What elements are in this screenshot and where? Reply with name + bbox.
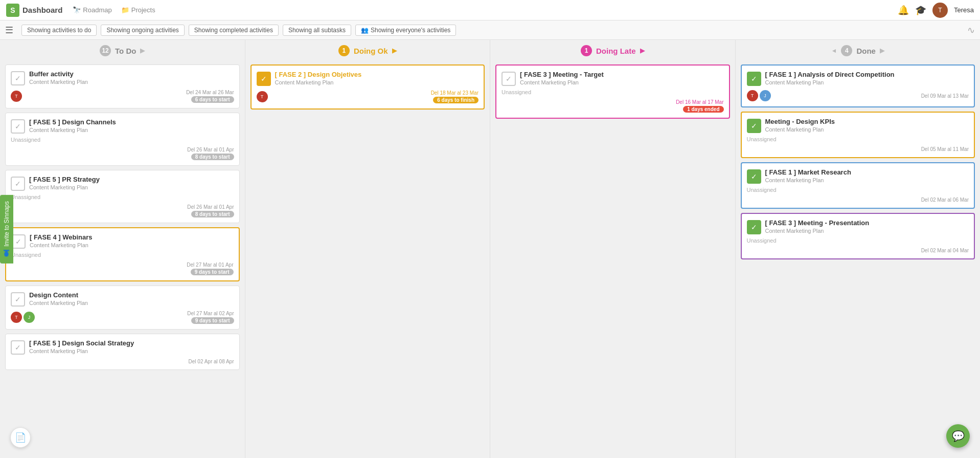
card-meeting-design-kpis[interactable]: ✓ Meeting - Design KPIs Content Marketin… — [741, 112, 975, 158]
done-arrow-left-icon: ◄ — [831, 47, 837, 54]
checkbox-webinars[interactable]: ✓ — [11, 234, 26, 249]
doing-ok-badge: 1 — [338, 45, 350, 56]
card-subtitle-pr-strategy: Content Marketing Plan — [29, 184, 100, 190]
filter-ongoing[interactable]: Showing ongoing activities — [101, 25, 184, 36]
checkbox-fase3-meeting-presentation[interactable]: ✓ — [747, 220, 761, 234]
checkbox-design-channels[interactable]: ✓ — [11, 119, 25, 134]
avatar-fase1-analysis-2: J — [760, 90, 771, 101]
date-range-meeting-design-kpis: Del 05 Mar al 11 Mar — [921, 146, 969, 152]
avatar-buffer: T — [11, 91, 22, 102]
invite-icon: 👤 — [3, 249, 10, 257]
card-title-webinars: [ FASE 4 ] Webinars — [30, 233, 93, 241]
card-subtitle-meeting-design-kpis: Content Marketing Plan — [765, 126, 835, 133]
checkbox-buffer[interactable]: ✓ — [11, 71, 25, 85]
card-title-meeting-design-kpis: Meeting - Design KPIs — [765, 118, 835, 125]
card-pr-strategy[interactable]: ✓ [ FASE 5 ] PR Strategy Content Marketi… — [5, 170, 240, 223]
todo-label: To Do — [115, 47, 136, 55]
checkbox-fase2-design-obj[interactable]: ✓ — [257, 72, 271, 86]
col-header-todo: 12 To Do ▶ — [0, 40, 245, 61]
binoculars-icon: 🔭 — [73, 6, 81, 14]
date-range-buffer: Del 24 Mar al 26 Mar — [186, 90, 234, 95]
date-range-design-social: Del 02 Apr al 08 Apr — [189, 359, 234, 364]
card-title-design-channels: [ FASE 5 ] Design Channels — [29, 118, 116, 126]
avatar-fase2-design-obj: T — [257, 91, 268, 102]
nav-roadmap[interactable]: 🔭 Roadmap — [73, 6, 111, 14]
hamburger-icon[interactable]: ☰ — [5, 25, 13, 36]
col-header-doing-ok: 1 Doing Ok ▶ — [245, 40, 490, 61]
card-subtitle-webinars: Content Marketing Plan — [30, 242, 93, 248]
checkbox-fase1-analysis[interactable]: ✓ — [747, 72, 761, 86]
filter-everyone[interactable]: 👥 Showing everyone's activities — [355, 25, 456, 36]
chat-fab[interactable]: 💬 — [946, 424, 970, 448]
user-avatar[interactable]: T — [932, 3, 948, 18]
card-subtitle-design-social: Content Marketing Plan — [29, 348, 134, 354]
card-subtitle-design-content: Content Marketing Plan — [29, 300, 88, 306]
card-buffer[interactable]: ✓ Buffer activity Content Marketing Plan… — [5, 64, 240, 108]
filter-todo[interactable]: Showing activities to do — [21, 25, 97, 36]
doing-ok-col-body: ✓ [ FASE 2 ] Design Objetives Content Ma… — [245, 61, 490, 458]
card-fase1-analysis[interactable]: ✓ [ FASE 1 ] Analysis of Direct Competit… — [741, 64, 975, 107]
unassigned-design-channels: Unassigned — [11, 137, 234, 143]
filter-completed[interactable]: Showing completed activities — [189, 25, 279, 36]
date-range-webinars: Del 27 Mar al 01 Apr — [187, 262, 233, 268]
top-nav: S Dashboard 🔭 Roadmap 📁 Projects 🔔 🎓 T T… — [0, 0, 980, 20]
card-subtitle-fase1-analysis: Content Marketing Plan — [765, 79, 895, 85]
checkbox-fase3-meeting-target[interactable]: ✓ — [502, 72, 516, 86]
card-design-social[interactable]: ✓ [ FASE 5 ] Design Social Strategy Cont… — [5, 334, 240, 370]
date-range-design-channels: Del 26 Mar al 01 Apr — [187, 147, 234, 152]
checkbox-design-social[interactable]: ✓ — [11, 340, 25, 355]
date-badge-fase3-meeting-target: 1 days ended — [683, 106, 723, 113]
doing-late-label: Doing Late — [596, 47, 636, 55]
col-header-doing-late: 1 Doing Late ▶ — [490, 40, 735, 61]
column-doing-late: 1 Doing Late ▶ ✓ [ FASE 3 ] Meeting - Ta… — [490, 40, 736, 458]
todo-col-body: ✓ Buffer activity Content Marketing Plan… — [0, 61, 245, 458]
nav-projects[interactable]: 📁 Projects — [121, 6, 155, 14]
doing-late-col-body: ✓ [ FASE 3 ] Meeting - Target Content Ma… — [490, 61, 735, 458]
col-header-done: ◄ 4 Done ▶ — [736, 40, 981, 61]
card-fase3-meeting-target[interactable]: ✓ [ FASE 3 ] Meeting - Target Content Ma… — [495, 64, 730, 119]
checkbox-fase1-market-research[interactable]: ✓ — [747, 169, 761, 184]
card-fase3-meeting-presentation[interactable]: ✓ [ FASE 3 ] Meeting - Presentation Cont… — [741, 213, 975, 259]
grad-icon[interactable]: 🎓 — [915, 5, 926, 16]
date-range-fase3-meeting-target: Del 16 Mar al 17 Mar — [676, 99, 723, 105]
unassigned-fase3-meeting-target: Unassigned — [502, 89, 724, 95]
unassigned-fase1-market-research: Unassigned — [747, 187, 969, 193]
rss-icon[interactable]: ∿ — [967, 25, 975, 36]
card-subtitle-fase3-meeting-presentation: Content Marketing Plan — [765, 228, 870, 234]
date-badge-webinars: 9 days to start — [191, 269, 234, 275]
doing-late-arrow-icon: ▶ — [640, 47, 645, 54]
bell-icon[interactable]: 🔔 — [898, 5, 909, 16]
card-subtitle-fase2-design-obj: Content Marketing Plan — [275, 79, 362, 85]
doc-icon: 📄 — [15, 432, 26, 443]
date-range-design-content: Del 27 Mar al 02 Apr — [187, 311, 234, 316]
people-icon: 👥 — [361, 27, 369, 34]
checkbox-meeting-design-kpis[interactable]: ✓ — [747, 119, 761, 133]
done-badge: 4 — [841, 45, 852, 56]
card-design-content[interactable]: ✓ Design Content Content Marketing Plan … — [5, 286, 240, 330]
date-badge-buffer: 6 days to start — [191, 96, 234, 103]
checkbox-pr-strategy[interactable]: ✓ — [11, 177, 25, 191]
doing-late-badge: 1 — [581, 45, 592, 56]
invite-label: Invite to Sinnaps — [3, 201, 10, 247]
doing-ok-arrow-icon: ▶ — [392, 47, 397, 54]
checkbox-design-content[interactable]: ✓ — [11, 292, 25, 307]
todo-arrow-icon: ▶ — [140, 47, 145, 54]
invite-side-tab[interactable]: 👤 Invite to Sinnaps — [0, 195, 13, 264]
card-title-fase1-analysis: [ FASE 1 ] Analysis of Direct Competitio… — [765, 71, 895, 78]
card-design-channels[interactable]: ✓ [ FASE 5 ] Design Channels Content Mar… — [5, 113, 240, 166]
column-todo: 12 To Do ▶ ✓ Buffer activity Content Mar… — [0, 40, 245, 458]
card-webinars[interactable]: ✓ [ FASE 4 ] Webinars Content Marketing … — [5, 227, 240, 281]
card-title-design-content: Design Content — [29, 291, 88, 299]
card-fase2-design-obj[interactable]: ✓ [ FASE 2 ] Design Objetives Content Ma… — [250, 64, 485, 110]
filter-subtasks[interactable]: Showing all subtasks — [283, 25, 351, 36]
doc-fab[interactable]: 📄 — [10, 427, 31, 448]
unassigned-pr-strategy: Unassigned — [11, 194, 234, 200]
unassigned-fase3-meeting-presentation: Unassigned — [747, 237, 969, 244]
unassigned-meeting-design-kpis: Unassigned — [747, 136, 969, 142]
date-badge-design-content: 9 days to start — [191, 317, 234, 324]
brand[interactable]: S Dashboard — [6, 4, 62, 17]
column-done: ◄ 4 Done ▶ ✓ [ FASE 1 ] Analysis of Dire… — [736, 40, 981, 458]
card-fase1-market-research[interactable]: ✓ [ FASE 1 ] Market Research Content Mar… — [741, 162, 975, 209]
card-subtitle-fase3-meeting-target: Content Marketing Plan — [520, 79, 604, 85]
date-range-fase1-analysis: Del 09 Mar al 13 Mar — [921, 93, 969, 99]
